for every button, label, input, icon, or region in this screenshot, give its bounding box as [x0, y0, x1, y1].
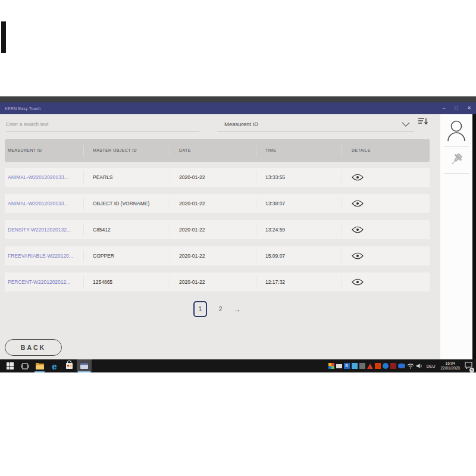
right-edge-strip: [472, 114, 476, 359]
start-button[interactable]: [2, 359, 17, 372]
measurement-id-link[interactable]: ANIMAL-W22012020133...: [8, 201, 68, 206]
page-1-button[interactable]: 1: [193, 301, 207, 317]
eye-icon[interactable]: [352, 226, 364, 233]
network-icon[interactable]: [407, 363, 414, 369]
app-content: Measurent ID MEASURENT ID MASTER OBJECT …: [0, 114, 476, 359]
measurement-id-link[interactable]: PERCENT-W2201202012...: [8, 279, 70, 285]
sort-order-icon[interactable]: [418, 117, 428, 126]
tray-icon[interactable]: [352, 363, 358, 369]
master-object-id-cell: PEARLS: [93, 174, 113, 180]
time-cell: 13:33:55: [265, 174, 285, 180]
left-edge-artifact: [1, 21, 6, 53]
next-page-arrow[interactable]: →: [234, 305, 241, 314]
right-sidebar: [440, 114, 472, 359]
screenshot-canvas: KERN Easy Touch – □ ✕ Measurent ID: [0, 0, 476, 476]
pagination: 1 2 →: [0, 301, 434, 317]
table-row: ANIMAL-W22012020133... OBJECT ID (VORNAM…: [5, 194, 430, 213]
table-row: DENSITY-W22012020132... C85412 2020-01-2…: [5, 220, 430, 239]
column-header-details: DETAILS: [342, 145, 430, 156]
edge-browser-button[interactable]: e: [47, 359, 62, 372]
minimize-button[interactable]: –: [443, 106, 445, 111]
date-cell: 2020-01-22: [179, 253, 205, 259]
edge-icon: e: [52, 362, 57, 371]
eye-icon[interactable]: [352, 252, 364, 259]
time-cell: 13:24:59: [265, 227, 285, 233]
tray-icon[interactable]: [390, 363, 396, 369]
notification-badge: 5: [469, 368, 474, 372]
app-window-icon: [80, 363, 88, 369]
window-title: KERN Easy Touch: [5, 107, 40, 111]
tray-icon[interactable]: [367, 364, 373, 369]
close-button[interactable]: ✕: [467, 106, 471, 111]
store-button[interactable]: [62, 359, 77, 372]
column-header-master-object-id: MASTER OBJECT ID: [83, 145, 170, 156]
system-tray: B DEU 16:04: [328, 359, 474, 372]
folder-icon: [36, 363, 44, 369]
desktop-screenshot: KERN Easy Touch – □ ✕ Measurent ID: [0, 96, 476, 372]
tray-icon[interactable]: [375, 363, 381, 369]
date-cell: 2020-01-22: [179, 201, 205, 206]
windows-logo-icon: [7, 362, 14, 369]
active-app-button[interactable]: [77, 359, 92, 372]
taskbar: e B: [0, 359, 476, 372]
eye-icon[interactable]: [352, 174, 364, 181]
measurement-id-link[interactable]: ANIMAL-W22012020133...: [8, 174, 68, 180]
task-view-button[interactable]: [17, 359, 32, 372]
time-cell: 13:38:07: [265, 201, 285, 206]
main-panel: Measurent ID MEASURENT ID MASTER OBJECT …: [0, 114, 439, 359]
pushpin-icon: [449, 152, 464, 168]
task-view-icon: [21, 363, 29, 369]
tray-icon[interactable]: [336, 364, 342, 368]
column-header-measurent-id: MEASURENT ID: [5, 145, 83, 156]
window-controls: – □ ✕: [443, 106, 471, 111]
file-explorer-button[interactable]: [32, 359, 47, 372]
eye-icon[interactable]: [352, 278, 364, 286]
user-icon: [447, 120, 466, 142]
master-object-id-cell: OBJECT ID (VORNAME): [93, 201, 149, 206]
tray-icon[interactable]: [328, 363, 334, 369]
maximize-button[interactable]: □: [455, 106, 458, 111]
language-indicator[interactable]: DEU: [425, 364, 437, 368]
sidebar-divider: [444, 173, 469, 174]
page-2-button[interactable]: 2: [219, 306, 223, 312]
volume-icon[interactable]: [416, 363, 423, 369]
store-bag-icon: [66, 363, 73, 369]
master-object-id-cell: C85412: [93, 227, 111, 233]
date-cell: 2020-01-22: [179, 227, 205, 233]
title-bar: KERN Easy Touch – □ ✕: [0, 102, 476, 114]
pin-button[interactable]: [440, 147, 472, 168]
dropdown-selected-value: Measurent ID: [217, 121, 258, 127]
tray-icon[interactable]: [398, 364, 405, 368]
table-row: FREEVARIABLE-W220120... COPPER 2020-01-2…: [5, 246, 430, 265]
table-row: PERCENT-W2201202012... 1254865 2020-01-2…: [5, 273, 430, 292]
table-row: ANIMAL-W22012020133... PEARLS 2020-01-22…: [5, 168, 430, 187]
master-object-id-cell: 1254865: [93, 279, 112, 285]
time-cell: 12:17:32: [265, 279, 285, 285]
taskbar-apps: e: [0, 359, 92, 372]
column-header-time: TIME: [256, 145, 342, 156]
clock-time: 16:04: [440, 361, 460, 366]
table-header: MEASURENT ID MASTER OBJECT ID DATE TIME …: [5, 139, 430, 162]
measurement-id-link[interactable]: FREEVARIABLE-W220120...: [8, 253, 73, 259]
tray-icon[interactable]: B: [344, 363, 350, 369]
taskbar-clock[interactable]: 16:04 22/01/2020: [439, 361, 462, 371]
clock-date: 22/01/2020: [440, 366, 460, 371]
chevron-down-icon: [402, 122, 410, 127]
date-cell: 2020-01-22: [179, 174, 205, 180]
back-button[interactable]: BACK: [5, 339, 62, 356]
search-input[interactable]: [6, 117, 199, 132]
action-center-button[interactable]: 5: [465, 361, 472, 371]
sort-field-dropdown[interactable]: Measurent ID: [217, 117, 414, 132]
date-cell: 2020-01-22: [179, 279, 205, 285]
tray-icon[interactable]: [359, 363, 365, 369]
time-cell: 15:09:07: [265, 253, 285, 259]
tray-icon[interactable]: [383, 363, 389, 369]
user-profile-button[interactable]: [440, 114, 472, 142]
column-header-date: DATE: [170, 145, 256, 156]
eye-icon[interactable]: [352, 200, 364, 207]
measurement-id-link[interactable]: DENSITY-W22012020132...: [8, 227, 71, 233]
window-top-border: [0, 96, 476, 102]
master-object-id-cell: COPPER: [93, 253, 114, 259]
